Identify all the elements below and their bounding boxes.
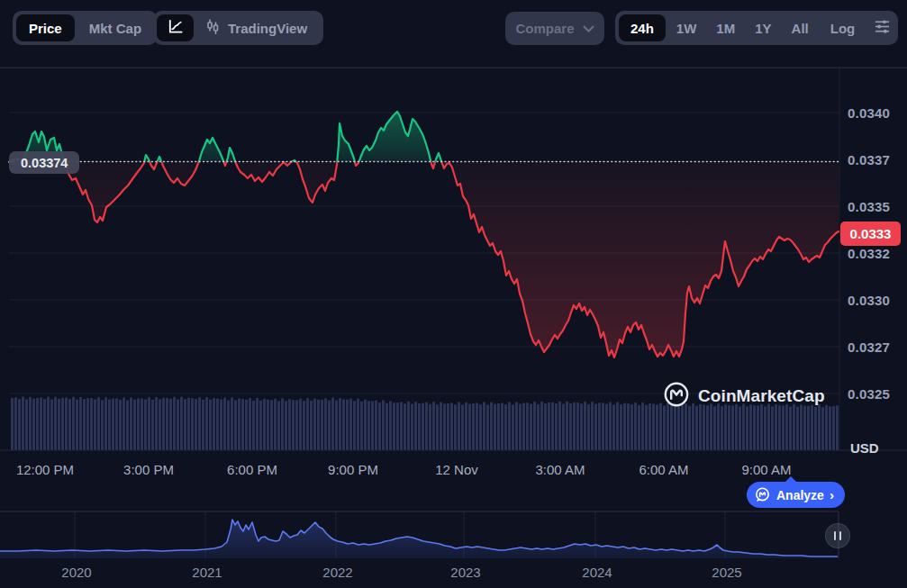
- year-label: 2024: [582, 565, 612, 580]
- analyze-label: Analyze: [776, 488, 824, 502]
- usd-label: USD: [850, 440, 879, 456]
- range-button-24h[interactable]: 24h: [619, 14, 666, 41]
- price-tab[interactable]: Price: [16, 14, 75, 41]
- y-axis-tick: 0.0340: [848, 105, 890, 121]
- overview-range-selector[interactable]: [0, 504, 907, 564]
- year-label: 2025: [712, 565, 741, 580]
- y-axis-tick: 0.0325: [848, 386, 890, 402]
- handle-grip-icon: [834, 531, 836, 540]
- y-axis-tick: 0.0330: [848, 293, 890, 308]
- year-label: 2022: [322, 565, 352, 580]
- coinmarketcap-watermark: CoinMarketCap: [663, 381, 825, 412]
- x-axis-tick: 6:00 AM: [639, 462, 688, 477]
- sliders-icon: [874, 18, 891, 38]
- x-axis-tick: 12 Nov: [435, 462, 478, 477]
- watermark-text: CoinMarketCap: [698, 386, 825, 406]
- mktcap-tab[interactable]: Mkt Cap: [77, 14, 154, 41]
- y-axis-tick: 0.0337: [848, 152, 890, 167]
- year-label: 2020: [61, 565, 91, 580]
- range-button-all[interactable]: All: [783, 14, 818, 41]
- price-mktcap-toggle: Price Mkt Cap: [13, 11, 158, 45]
- chart-type-toggle: TradingView: [153, 11, 323, 45]
- y-axis-tick: 0.0332: [848, 246, 890, 261]
- year-label: 2021: [192, 565, 222, 580]
- overview-area: [0, 520, 839, 558]
- current-price-badge: 0.0333: [840, 222, 901, 246]
- handle-grip-icon: [839, 531, 841, 540]
- y-axis-tick: 0.0327: [848, 339, 890, 355]
- compare-label: Compare: [515, 21, 574, 36]
- analyze-button[interactable]: Analyze ›: [747, 482, 845, 508]
- x-axis-tick: 9:00 AM: [741, 462, 791, 477]
- y-axis-tick: 0.0335: [848, 199, 890, 214]
- x-axis-tick: 9:00 PM: [328, 462, 378, 477]
- x-axis-tick: 6:00 PM: [227, 462, 277, 477]
- baseline-price-badge: 0.03374: [9, 151, 79, 174]
- chevron-right-icon: ›: [830, 487, 834, 502]
- cmc-price-chart-page: Price Mkt Cap Tr: [0, 0, 907, 588]
- chart-settings-button[interactable]: [867, 14, 897, 41]
- year-label: 2023: [450, 565, 480, 580]
- x-axis-tick: 12:00 PM: [16, 462, 74, 477]
- chevron-down-icon: [583, 21, 594, 36]
- range-button-1w[interactable]: 1W: [667, 14, 706, 41]
- analyze-bubble-icon: [754, 486, 771, 503]
- line-chart-button[interactable]: [157, 14, 194, 41]
- compare-button[interactable]: Compare: [505, 12, 604, 45]
- tradingview-button[interactable]: TradingView: [195, 14, 320, 41]
- line-chart-icon: [167, 18, 184, 38]
- x-axis-tick: 3:00 PM: [123, 462, 174, 477]
- tradingview-label: TradingView: [228, 21, 307, 36]
- time-range-group: 24h1W1M1YAll Log: [615, 11, 898, 45]
- candlestick-icon: [204, 18, 221, 39]
- coinmarketcap-logo-icon: [663, 381, 690, 412]
- overview-drag-handle[interactable]: [825, 523, 850, 548]
- range-button-1m[interactable]: 1M: [707, 14, 744, 41]
- log-scale-button[interactable]: Log: [821, 14, 865, 41]
- range-button-1y[interactable]: 1Y: [746, 14, 780, 41]
- x-axis-tick: 3:00 AM: [535, 462, 585, 477]
